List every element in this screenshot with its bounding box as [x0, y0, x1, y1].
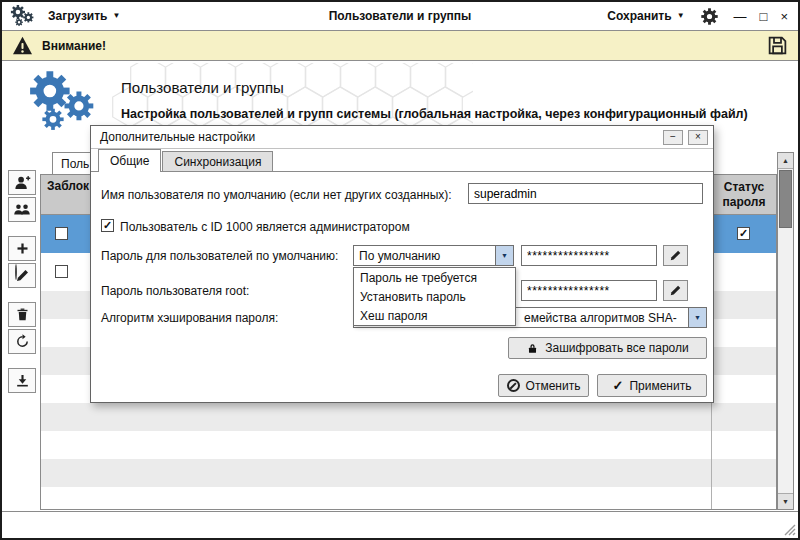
- default-username-label: Имя пользователя по умолчанию (если нет …: [101, 188, 452, 202]
- maximize-button[interactable]: □: [758, 10, 770, 23]
- password-mode-dropdown-list: Пароль не требуется Установить пароль Хе…: [353, 267, 516, 326]
- dialog-title: Дополнительные настройки: [100, 130, 658, 144]
- dropdown-option[interactable]: Установить пароль: [354, 287, 515, 306]
- cancel-label: Отменить: [526, 379, 581, 393]
- side-toolbar: [8, 170, 36, 393]
- dropdown-option[interactable]: Хеш пароля: [354, 306, 515, 325]
- pencil-icon: [669, 284, 682, 297]
- default-password-mode-select[interactable]: По умолчанию ▼: [353, 245, 514, 266]
- chevron-down-icon: ▼: [495, 246, 513, 265]
- groups-button[interactable]: [8, 197, 36, 222]
- default-username-input[interactable]: [468, 183, 703, 204]
- warning-text: Внимание!: [42, 39, 106, 53]
- scroll-down-button[interactable]: ▼: [778, 493, 793, 509]
- resize-grip[interactable]: [784, 524, 796, 536]
- root-password-label: Пароль пользователя root:: [101, 284, 249, 298]
- caret-down-icon: ▼: [112, 12, 120, 20]
- pencil-icon: [669, 249, 682, 262]
- save-menu-button[interactable]: Сохранить ▼: [603, 7, 688, 25]
- check-icon: ✓: [613, 379, 624, 392]
- tab-synchronization[interactable]: Синхронизация: [162, 151, 273, 172]
- titlebar-left: Загрузить ▼: [10, 4, 124, 28]
- cancel-button[interactable]: Отменить: [498, 374, 589, 397]
- settings-gear-button[interactable]: [701, 8, 718, 25]
- create-button[interactable]: [8, 236, 36, 261]
- chevron-down-icon: ▼: [688, 308, 706, 327]
- password-status-checkbox[interactable]: ✓: [737, 227, 750, 240]
- refresh-button[interactable]: [8, 329, 36, 354]
- admin-id1000-label: Пользователь с ID 1000 является админист…: [120, 220, 410, 234]
- refresh-icon: [15, 334, 30, 349]
- lock-icon: [526, 342, 539, 355]
- diskette-icon: [767, 35, 788, 56]
- warning-triangle-icon: [12, 36, 33, 55]
- hash-algorithm-label: Алгоритм хэширования пароля:: [101, 311, 278, 325]
- apply-label: Применить: [629, 379, 691, 393]
- admin-id1000-checkbox[interactable]: ✓: [101, 219, 114, 232]
- trash-icon: [15, 307, 30, 322]
- save-menu-label: Сохранить: [607, 9, 671, 23]
- vertical-scrollbar[interactable]: ▲ ▼: [777, 152, 794, 510]
- dialog-titlebar: Дополнительные настройки − ×: [91, 126, 713, 149]
- users-group-icon: [13, 201, 31, 218]
- edit-default-password-button[interactable]: [663, 245, 688, 266]
- tab-general[interactable]: Общие: [98, 149, 161, 172]
- app-logo-gears-icon: [10, 4, 36, 28]
- status-bar: [2, 511, 798, 538]
- app-window: Загрузить ▼ Пользователи и группы Сохран…: [0, 0, 800, 540]
- caret-down-icon: ▼: [677, 12, 685, 20]
- password-status-radio[interactable]: [15, 264, 17, 280]
- save-file-button[interactable]: [767, 35, 788, 56]
- add-user-button[interactable]: [8, 170, 36, 195]
- edit-root-password-button[interactable]: [663, 280, 688, 301]
- export-button[interactable]: [8, 368, 36, 393]
- download-icon: [15, 373, 30, 388]
- gear-icon: [701, 8, 718, 25]
- default-password-mode-value: По умолчанию: [354, 246, 495, 265]
- dropdown-option[interactable]: Пароль не требуется: [354, 268, 515, 287]
- encrypt-all-passwords-label: Зашифровать все пароли: [545, 341, 688, 355]
- edit-button[interactable]: [8, 263, 36, 288]
- encrypt-all-passwords-button[interactable]: Зашифровать все пароли: [508, 337, 707, 359]
- add-user-icon: [14, 174, 31, 191]
- page-title: Пользователи и группы: [121, 79, 284, 96]
- load-menu-button[interactable]: Загрузить ▼: [44, 7, 124, 25]
- check-icon: ✓: [103, 220, 112, 231]
- cancel-icon: [507, 379, 520, 392]
- close-button[interactable]: ×: [778, 10, 790, 23]
- blocked-checkbox[interactable]: [55, 227, 68, 240]
- scrollbar-thumb[interactable]: [779, 170, 792, 228]
- dialog-additional-settings: Дополнительные настройки − × Общие Синхр…: [90, 125, 714, 403]
- titlebar-right: Сохранить ▼ — □ ×: [603, 7, 790, 25]
- apply-button[interactable]: ✓ Применить: [597, 374, 707, 397]
- load-menu-label: Загрузить: [48, 9, 107, 23]
- plus-icon: [15, 241, 30, 256]
- root-password-input[interactable]: [521, 280, 657, 301]
- window-controls: — □ ×: [732, 10, 790, 23]
- dialog-close-button[interactable]: ×: [688, 130, 708, 145]
- minimize-button[interactable]: —: [732, 10, 749, 23]
- column-header-password-status: Статус пароля: [711, 175, 776, 214]
- check-icon: ✓: [739, 228, 748, 239]
- titlebar: Загрузить ▼ Пользователи и группы Сохран…: [2, 2, 798, 31]
- blocked-checkbox[interactable]: [55, 265, 68, 278]
- dialog-tabs: Общие Синхронизация: [98, 150, 274, 172]
- warning-bar: Внимание!: [2, 30, 798, 61]
- default-password-label: Пароль для пользователей по умолчанию:: [101, 249, 338, 263]
- scroll-up-button[interactable]: ▲: [778, 153, 793, 169]
- default-password-input[interactable]: [521, 245, 657, 266]
- delete-button[interactable]: [8, 302, 36, 327]
- dialog-minimize-button[interactable]: −: [663, 130, 683, 145]
- page-subtitle: Настройка пользователей и групп системы …: [121, 107, 748, 121]
